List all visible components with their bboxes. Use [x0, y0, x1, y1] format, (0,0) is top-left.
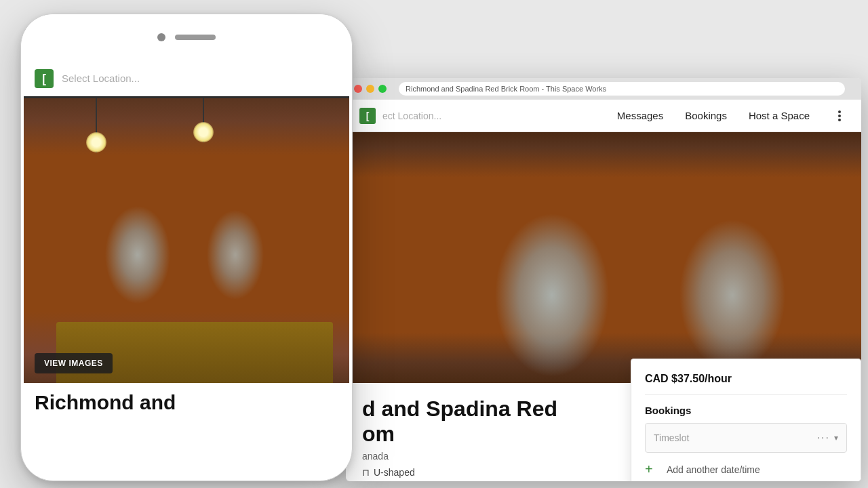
- more-dot-1: [838, 110, 841, 113]
- booking-timeslot-controls: ··· ▾: [817, 432, 838, 444]
- phone-room-image: VIEW IMAGES: [24, 98, 349, 383]
- browser-maximize-button[interactable]: [378, 85, 387, 93]
- more-dot-3: [838, 119, 841, 121]
- phone-table: [56, 322, 333, 383]
- booking-timeslot-placeholder: Timeslot: [654, 432, 689, 443]
- browser-hero-image: [346, 132, 861, 383]
- phone-top-bar: [21, 14, 352, 60]
- browser-mockup: Richmond and Spadina Red Brick Room - Th…: [346, 78, 861, 481]
- capacity-icon: ⊓: [362, 467, 370, 478]
- phone-body: [ Select Location... VIEW IMAGES Richmon…: [20, 14, 353, 481]
- browser-nav-logo: [: [359, 108, 376, 124]
- browser-nav: [ ect Location... Messages Bookings Host…: [346, 100, 861, 132]
- phone-header: [ Select Location...: [24, 60, 349, 98]
- booking-panel: CAD $37.50/hour Bookings Timeslot ··· ▾ …: [631, 359, 861, 481]
- nav-bookings-link[interactable]: Bookings: [685, 110, 727, 121]
- phone-camera-icon: [157, 33, 165, 41]
- browser-nav-logo-text: [: [366, 110, 370, 121]
- phone-room-title: Richmond and: [35, 391, 338, 413]
- nav-host-space-link[interactable]: Host a Space: [749, 110, 810, 121]
- booking-price: CAD $37.50/hour: [645, 373, 847, 395]
- booking-timeslot-dots: ···: [817, 432, 830, 444]
- booking-timeslot-selector[interactable]: Timeslot ··· ▾: [645, 423, 847, 453]
- pendant-light-2: [203, 98, 204, 142]
- browser-brick-wall: [346, 132, 861, 383]
- booking-add-date-label: Add another date/time: [667, 464, 760, 475]
- capacity-text: U-shaped: [374, 467, 415, 478]
- phone-logo: [: [35, 69, 54, 88]
- browser-nav-more-button[interactable]: [831, 108, 848, 124]
- more-dot-2: [838, 115, 841, 117]
- booking-add-icon: +: [645, 462, 660, 477]
- booking-timeslot-chevron: ▾: [834, 433, 838, 443]
- browser-close-button[interactable]: [354, 85, 362, 93]
- browser-nav-links: Messages Bookings Host a Space: [617, 108, 848, 124]
- browser-url-bar[interactable]: Richmond and Spadina Red Brick Room - Th…: [399, 82, 845, 96]
- browser-content-area: d and Spadina Red om anada ⊓ U-shaped CA…: [346, 383, 861, 481]
- phone-text-section: Richmond and: [35, 383, 338, 478]
- browser-chrome: Richmond and Spadina Red Brick Room - Th…: [346, 78, 861, 100]
- nav-messages-link[interactable]: Messages: [617, 110, 663, 121]
- pendant-light-1: [96, 98, 97, 152]
- booking-label: Bookings: [645, 405, 847, 416]
- browser-url-text: Richmond and Spadina Red Brick Room - Th…: [406, 85, 606, 93]
- phone-mockup: [ Select Location... VIEW IMAGES Richmon…: [20, 14, 353, 481]
- browser-minimize-button[interactable]: [366, 85, 374, 93]
- phone-logo-bracket: [: [42, 73, 46, 85]
- view-images-button[interactable]: VIEW IMAGES: [35, 353, 113, 373]
- phone-speaker-icon: [175, 35, 216, 40]
- browser-nav-search[interactable]: ect Location...: [382, 110, 617, 121]
- booking-add-date-button[interactable]: + Add another date/time: [645, 462, 847, 477]
- phone-search-placeholder[interactable]: Select Location...: [62, 73, 140, 84]
- phone-screen: [ Select Location... VIEW IMAGES Richmon…: [24, 60, 349, 478]
